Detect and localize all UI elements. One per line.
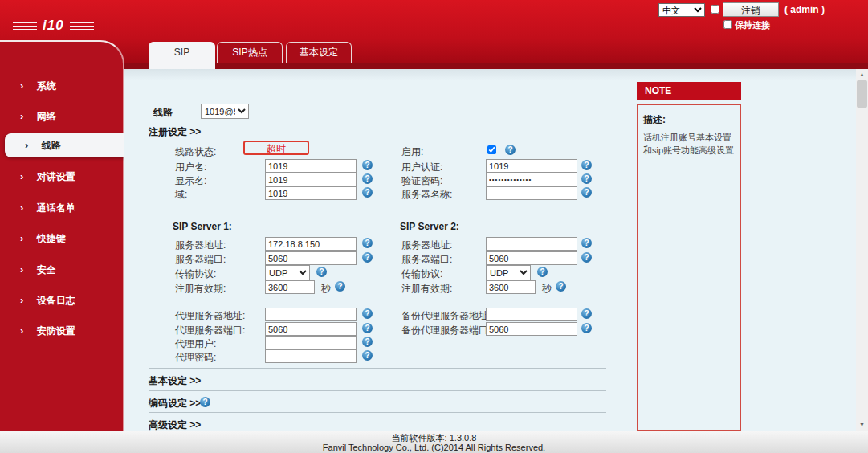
proxy-password-label: 代理密码: (175, 351, 216, 365)
backup-proxy-port-label: 备份代理服务器端口: (401, 324, 491, 337)
scrollbar[interactable]: ▲ ▼ (856, 69, 868, 431)
sidebar-item-line[interactable]: › 线路 (5, 133, 132, 157)
help-icon[interactable]: ? (200, 397, 210, 407)
server1-port-input[interactable] (265, 251, 357, 265)
sidebar-item-call-list[interactable]: › 通话名单 (0, 198, 124, 218)
language-checkbox[interactable] (711, 5, 719, 14)
help-icon[interactable]: ? (556, 281, 566, 292)
auth-password-label: 验证密码: (401, 174, 442, 188)
realm-label: 域: (175, 188, 187, 202)
help-icon[interactable]: ? (316, 267, 327, 277)
sidebar-item-label: 系统 (37, 80, 56, 92)
divider (149, 368, 606, 369)
sidebar-item-system[interactable]: › 系统 (0, 76, 124, 96)
server2-addr-input[interactable] (486, 237, 577, 251)
proxy-user-label: 代理用户: (175, 337, 216, 351)
help-icon[interactable]: ? (362, 173, 373, 184)
help-icon[interactable]: ? (537, 267, 548, 277)
help-icon[interactable]: ? (581, 308, 592, 319)
proxy-addr-input[interactable] (265, 308, 357, 321)
server1-port-label: 服务器端口: (175, 253, 226, 267)
scroll-up-button[interactable]: ▲ (856, 69, 868, 80)
server1-addr-input[interactable] (265, 237, 357, 251)
display-name-label: 显示名: (175, 174, 206, 188)
help-icon[interactable]: ? (362, 308, 373, 319)
auth-user-label: 用户认证: (401, 161, 442, 174)
realm-input[interactable] (265, 186, 357, 200)
server1-transport-label: 传输协议: (175, 267, 216, 281)
logout-button[interactable]: 注销 (723, 2, 779, 17)
help-icon[interactable]: ? (505, 145, 516, 155)
tab-sip-hotspot[interactable]: SIP热点 (217, 42, 283, 63)
help-icon[interactable]: ? (362, 337, 373, 347)
help-icon[interactable]: ? (581, 252, 592, 263)
tab-sip[interactable]: SIP (149, 42, 215, 69)
help-icon[interactable]: ? (581, 187, 592, 198)
advanced-section-title[interactable]: 高级设定 >> (149, 418, 201, 432)
server2-port-input[interactable] (486, 251, 577, 265)
sidebar-item-security-settings[interactable]: › 安防设置 (0, 321, 124, 341)
sidebar-item-intercom-settings[interactable]: › 对讲设置 (0, 167, 124, 186)
sidebar-item-function-key[interactable]: › 快捷键 (0, 229, 124, 248)
server1-expire-input[interactable] (265, 280, 315, 294)
page: i10 中文 注销 ( admin ) 保持连接 › 系统 › 网络 › 线路 … (0, 0, 868, 453)
help-icon[interactable]: ? (362, 323, 373, 333)
sidebar-item-security[interactable]: › 安全 (0, 260, 124, 280)
keep-alive-checkbox[interactable] (723, 20, 732, 29)
sidebar-item-label: 安防设置 (37, 325, 75, 337)
sidebar-item-label: 网络 (37, 111, 56, 122)
auth-password-input[interactable] (486, 173, 577, 186)
help-icon[interactable]: ? (362, 252, 373, 263)
server2-transport-select[interactable]: UDP (486, 265, 531, 280)
codec-section-title[interactable]: 编码设定 >> (149, 397, 201, 410)
proxy-password-input[interactable] (265, 349, 357, 363)
logo-lines-left-icon (13, 22, 37, 30)
logo: i10 (13, 18, 94, 34)
logo-text: i10 (43, 18, 64, 34)
footer-copyright: Fanvil Technology Co., Ltd. (C)2014 All … (0, 443, 868, 452)
basic-section-title[interactable]: 基本设定 >> (149, 374, 201, 388)
sidebar-item-label: 设备日志 (37, 295, 75, 306)
line-select[interactable]: 1019@SIP1 (201, 104, 249, 119)
language-select[interactable]: 中文 (658, 3, 705, 17)
server2-transport-label: 传输协议: (401, 267, 442, 281)
backup-proxy-port-input[interactable] (486, 322, 577, 336)
display-name-input[interactable] (265, 173, 357, 186)
help-icon[interactable]: ? (362, 187, 373, 198)
chevron-right-icon: › (20, 232, 23, 244)
help-icon[interactable]: ? (581, 238, 592, 248)
proxy-user-input[interactable] (265, 336, 357, 349)
help-icon[interactable]: ? (581, 323, 592, 333)
server-name-input[interactable] (486, 186, 577, 200)
sidebar-item-network[interactable]: › 网络 (0, 107, 124, 126)
username-label: 用户名: (175, 161, 206, 174)
server1-addr-label: 服务器地址: (175, 239, 226, 252)
divider (149, 412, 606, 413)
proxy-addr-label: 代理服务器地址: (175, 309, 245, 323)
tab-underline-band (124, 63, 868, 69)
username-input[interactable] (265, 159, 357, 173)
note-panel: 描述: 话机注册账号基本设置和sip账号功能高级设置 (637, 104, 741, 431)
proxy-port-input[interactable] (265, 322, 357, 336)
server1-transport-select[interactable]: UDP (265, 265, 310, 280)
enable-label: 启用: (401, 145, 423, 159)
help-icon[interactable]: ? (362, 350, 373, 361)
admin-label: ( admin ) (784, 4, 825, 15)
server2-expire-label: 注册有效期: (401, 282, 452, 296)
sip-server2-title: SIP Server 2: (400, 221, 459, 232)
server2-expire-input[interactable] (486, 280, 536, 294)
sidebar-item-label: 通话名单 (37, 202, 75, 214)
scrollbar-thumb[interactable] (857, 80, 867, 108)
scroll-down-button[interactable]: ▼ (856, 419, 868, 430)
help-icon[interactable]: ? (581, 173, 592, 184)
help-icon[interactable]: ? (581, 160, 592, 170)
sidebar-item-device-log[interactable]: › 设备日志 (0, 291, 124, 310)
auth-user-input[interactable] (486, 159, 577, 173)
backup-proxy-addr-input[interactable] (486, 308, 577, 321)
help-icon[interactable]: ? (362, 238, 373, 248)
tab-basic-settings[interactable]: 基本设定 (286, 42, 352, 63)
help-icon[interactable]: ? (362, 160, 373, 170)
sidebar-item-label: 安全 (37, 264, 56, 275)
help-icon[interactable]: ? (335, 281, 345, 292)
enable-checkbox[interactable] (487, 145, 496, 154)
